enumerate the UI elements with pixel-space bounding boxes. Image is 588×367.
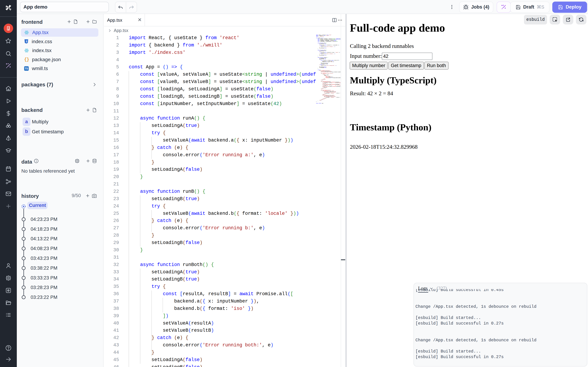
svg-text:3: 3 xyxy=(26,40,27,43)
